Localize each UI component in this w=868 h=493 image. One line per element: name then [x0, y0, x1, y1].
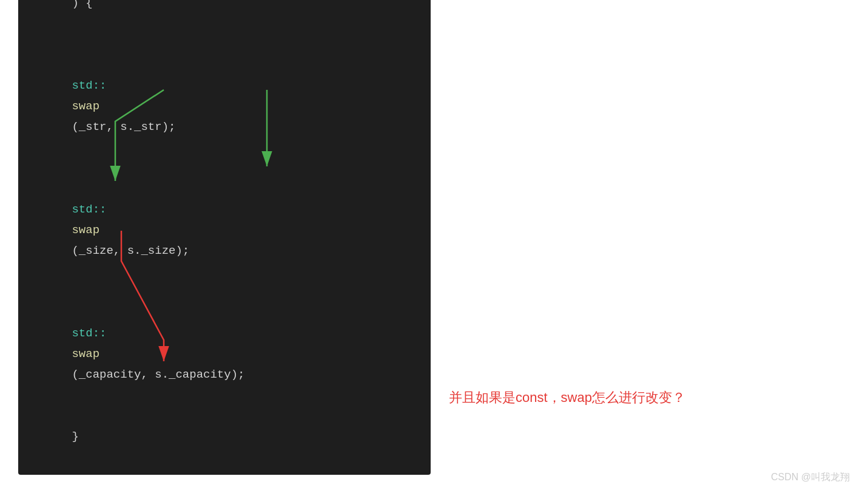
dark-std2: std::	[72, 203, 106, 216]
dark-args1: (_str, s._str);	[72, 120, 175, 134]
dark-line-2: std:: swap (_str, s._str);	[30, 34, 419, 158]
annotation-right: 并且如果是const，swap怎么进行改变？	[449, 389, 685, 407]
dark-line-3: std:: swap (_size, s._size);	[30, 158, 419, 282]
dark-line-4: std:: swap (_capacity, s._capacity);	[30, 282, 419, 406]
code-line-5	[24, 483, 844, 493]
dark-indent	[72, 58, 106, 72]
dark-std1: std::	[72, 79, 106, 92]
main-container: int main() { bit::string ret1 ; ret1 = b…	[0, 0, 868, 493]
dark-code-block: //交换 void swap ( string& s ) { std:: swa…	[18, 0, 431, 475]
watermark: CSDN @叫我龙翔	[771, 471, 850, 484]
dark-std3: std::	[72, 327, 106, 340]
dark-indent2	[72, 182, 106, 195]
dark-indent3	[72, 306, 106, 319]
dark-args3: (_capacity, s._capacity);	[72, 368, 244, 381]
dark-swap1: swap	[72, 100, 99, 113]
dark-swap2: swap	[72, 223, 99, 237]
dark-swap3: swap	[72, 347, 99, 361]
dark-args2: (_size, s._size);	[72, 244, 189, 257]
dark-line-5: }	[30, 406, 419, 467]
dark-brace: ) {	[72, 0, 92, 10]
dark-line-1: void swap ( string& s ) {	[30, 0, 419, 34]
dark-close-brace: }	[72, 430, 78, 443]
